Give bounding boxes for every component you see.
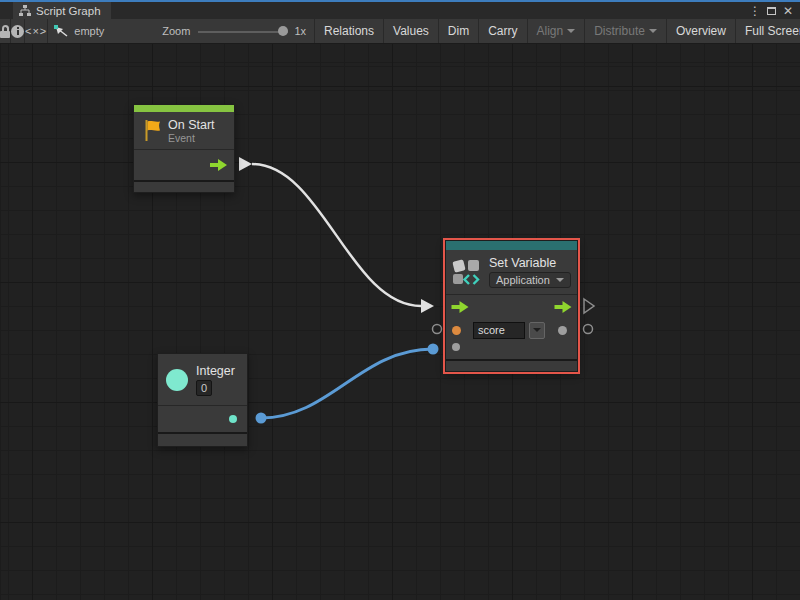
node-footer	[446, 361, 577, 371]
toolbar-button-fullscreen[interactable]: Full Screen	[736, 19, 800, 43]
value-input-row	[446, 341, 577, 359]
integer-icon	[166, 369, 188, 391]
value-wire-start-dot	[256, 413, 267, 424]
zoom-slider[interactable]	[198, 26, 288, 37]
toolbar-button-distribute[interactable]: Distribute	[585, 19, 667, 43]
window-controls: ⋮ ✕	[749, 2, 800, 19]
toolbar-button-dim[interactable]: Dim	[439, 19, 479, 43]
chevron-down-icon	[556, 278, 564, 282]
code-view-button[interactable]: <×>	[25, 19, 48, 43]
flow-wire	[252, 164, 421, 306]
button-label: Overview	[676, 24, 726, 38]
tab-script-graph[interactable]: Script Graph	[13, 2, 111, 19]
toolbar-button-values[interactable]: Values	[384, 19, 439, 43]
node-title: On Start	[168, 118, 215, 132]
integer-value-field[interactable]: 0	[196, 380, 212, 396]
toolbar-button-carry[interactable]: Carry	[479, 19, 527, 43]
integer-port-row	[158, 406, 247, 432]
button-label: Distribute	[594, 24, 645, 38]
unconnected-input-port[interactable]	[433, 325, 442, 334]
scope-value: Application	[496, 274, 550, 286]
graph-canvas[interactable]: On Start Event	[0, 44, 800, 600]
event-color-bar	[134, 105, 234, 112]
chevron-down-icon	[649, 29, 657, 33]
node-subtitle: Event	[168, 132, 215, 144]
set-variable-header: Set Variable Application	[446, 250, 577, 294]
zoom-value: 1x	[294, 25, 306, 37]
node-title: Integer	[196, 364, 235, 378]
variables-icon	[452, 258, 482, 286]
button-label: Align	[537, 24, 564, 38]
lock-button[interactable]	[0, 19, 11, 43]
hierarchy-icon	[19, 5, 31, 16]
graph-pointer-icon	[54, 25, 69, 38]
button-label: Full Screen	[745, 24, 800, 38]
variable-name-row	[446, 319, 577, 341]
value-wire-end-dot	[428, 344, 439, 355]
node-set-variable[interactable]: Set Variable Application	[445, 240, 578, 372]
value-wire	[261, 349, 433, 418]
variable-color-bar	[446, 241, 577, 250]
unconnected-flow-output-port[interactable]	[584, 299, 594, 313]
tab-bar: Script Graph ⋮ ✕	[0, 2, 800, 19]
flow-output-port-icon[interactable]	[210, 159, 227, 171]
node-on-start[interactable]: On Start Event	[133, 104, 235, 193]
script-graph-window: Script Graph ⋮ ✕ <×> empty Zoom	[0, 0, 800, 600]
variable-name-port[interactable]	[452, 326, 461, 335]
node-footer	[134, 182, 234, 192]
node-footer	[158, 434, 247, 446]
flow-wire-end-arrow	[421, 299, 434, 313]
button-label: Dim	[448, 24, 469, 38]
unconnected-value-output-port[interactable]	[584, 325, 593, 334]
integer-header: Integer 0	[158, 354, 247, 405]
zoom-area: empty Zoom 1x	[48, 19, 315, 43]
flow-wire-start-arrow	[239, 157, 252, 171]
inspect-button[interactable]	[11, 19, 25, 43]
variable-scope-dropdown[interactable]: Application	[489, 272, 571, 288]
on-start-header: On Start Event	[134, 112, 234, 149]
graph-status-label: empty	[74, 25, 104, 37]
chevron-down-icon	[567, 29, 575, 33]
code-view-icon: <×>	[25, 25, 47, 37]
window-menu-icon[interactable]: ⋮	[749, 5, 761, 17]
info-icon	[11, 25, 24, 38]
on-start-port-row	[134, 150, 234, 180]
toolbar-button-align[interactable]: Align	[528, 19, 586, 43]
value-output-port[interactable]	[558, 326, 567, 335]
tab-title: Script Graph	[36, 5, 101, 17]
chevron-down-icon	[533, 328, 541, 332]
lock-icon	[0, 25, 10, 38]
toolbar-button-overview[interactable]: Overview	[667, 19, 736, 43]
button-label: Values	[393, 24, 429, 38]
value-input-port[interactable]	[452, 343, 460, 351]
variable-picker-button[interactable]	[529, 322, 545, 339]
flow-output-port-icon[interactable]	[554, 301, 572, 313]
zoom-slider-knob[interactable]	[278, 26, 288, 36]
flag-icon	[143, 119, 161, 142]
integer-output-port[interactable]	[229, 415, 237, 423]
zoom-slider-track[interactable]	[198, 31, 288, 33]
zoom-label: Zoom	[162, 25, 190, 37]
close-icon[interactable]: ✕	[782, 5, 794, 17]
flow-port-row	[446, 295, 577, 319]
node-integer[interactable]: Integer 0	[157, 353, 248, 447]
variable-name-input[interactable]	[473, 322, 525, 339]
graph-toolbar: <×> empty Zoom 1x Relations Values Dim C…	[0, 19, 800, 44]
button-label: Relations	[324, 24, 374, 38]
button-label: Carry	[488, 24, 517, 38]
node-title: Set Variable	[489, 256, 571, 270]
maximize-icon[interactable]	[767, 7, 776, 15]
connection-layer	[0, 44, 800, 600]
toolbar-button-relations[interactable]: Relations	[315, 19, 384, 43]
flow-input-port-icon[interactable]	[451, 301, 469, 313]
